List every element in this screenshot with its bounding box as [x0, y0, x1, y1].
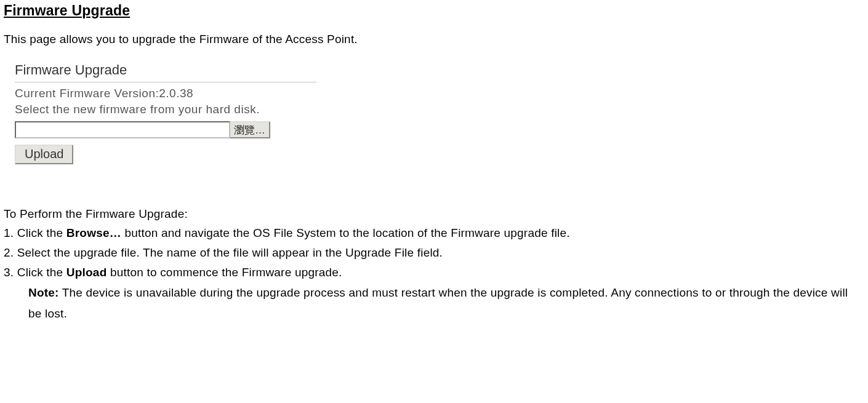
- page-title: Firmware Upgrade: [4, 2, 864, 19]
- file-picker-row: 瀏覽…: [15, 121, 316, 138]
- instructions-heading: To Perform the Firmware Upgrade:: [4, 207, 864, 221]
- step-1-bold: Browse…: [66, 226, 121, 239]
- select-firmware-line: Select the new firmware from your hard d…: [15, 102, 316, 118]
- instructions-block: To Perform the Firmware Upgrade: 1. Clic…: [4, 207, 864, 324]
- step-1-post: button and navigate the OS File System t…: [121, 226, 570, 239]
- step-3: 3. Click the Upload button to commence t…: [4, 263, 864, 282]
- step-3-pre: 3. Click the: [4, 266, 66, 279]
- step-3-bold: Upload: [66, 266, 107, 279]
- step-2-pre: 2. Select the upgrade file. The name of …: [4, 246, 443, 259]
- upload-button[interactable]: Upload: [15, 145, 73, 164]
- step-3-post: button to commence the Firmware upgrade.: [106, 266, 342, 279]
- firmware-version-line: Current Firmware Version:2.0.38: [15, 86, 316, 102]
- step-1: 1. Click the Browse… button and navigate…: [4, 223, 864, 243]
- browse-button[interactable]: 瀏覽…: [230, 121, 270, 138]
- note-label: Note:: [28, 286, 59, 299]
- panel-heading: Firmware Upgrade: [15, 61, 316, 82]
- step-1-pre: 1. Click the: [4, 226, 66, 239]
- firmware-file-input[interactable]: [15, 121, 230, 138]
- panel-divider: [15, 82, 316, 83]
- intro-text: This page allows you to upgrade the Firm…: [4, 33, 864, 46]
- note-text: The device is unavailable during the upg…: [28, 286, 848, 320]
- firmware-panel: Firmware Upgrade Current Firmware Versio…: [15, 61, 316, 164]
- step-2: 2. Select the upgrade file. The name of …: [4, 243, 864, 263]
- note-block: Note: The device is unavailable during t…: [28, 282, 853, 324]
